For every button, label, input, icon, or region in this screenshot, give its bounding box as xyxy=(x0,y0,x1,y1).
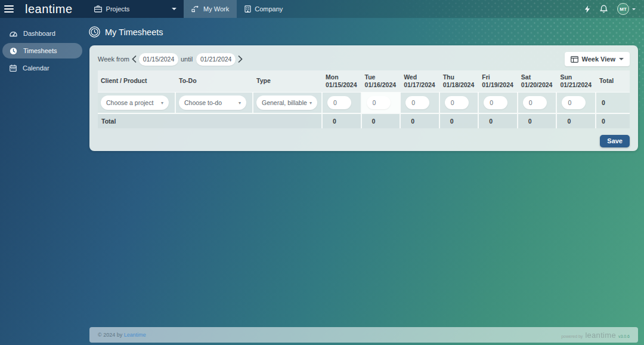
bell-icon xyxy=(600,5,608,13)
previous-week-button[interactable] xyxy=(129,56,139,63)
column-header-todo: To-Do xyxy=(176,77,253,85)
week-end-input[interactable] xyxy=(196,53,236,66)
day-total-cell: 0 xyxy=(362,114,401,128)
type-select[interactable]: General, billable ▾ xyxy=(256,96,317,110)
grand-total-cell: 0 xyxy=(596,114,630,128)
sidebar-item-calendar[interactable]: Calendar xyxy=(2,60,82,76)
day-hours-cell xyxy=(557,93,596,113)
footer: © 2024 by Leantime powered by leantime v… xyxy=(89,327,638,343)
project-cell: Choose a project ▾ xyxy=(98,93,176,113)
hours-input[interactable] xyxy=(484,96,507,109)
menu-toggle-icon[interactable] xyxy=(0,0,18,18)
chevron-left-icon xyxy=(132,56,137,63)
calendar-week-icon xyxy=(571,56,578,63)
sidebar-item-dashboard[interactable]: Dashboard xyxy=(2,26,82,41)
week-from-label: Week from xyxy=(98,56,129,63)
chevron-down-icon xyxy=(632,8,636,10)
todo-cell: Choose to-do ▾ xyxy=(176,93,253,113)
column-header-type: Type xyxy=(253,77,323,85)
hours-input[interactable] xyxy=(445,96,469,109)
day-total-cell: 0 xyxy=(518,114,558,128)
tab-label: Company xyxy=(255,5,283,13)
day-total-cell: 0 xyxy=(479,114,518,128)
total-row-label: Total xyxy=(98,114,323,128)
sidebar-item-label: Timesheets xyxy=(23,47,57,54)
next-week-button[interactable] xyxy=(236,56,245,63)
day-hours-cell xyxy=(401,93,440,113)
hours-input[interactable] xyxy=(327,96,351,109)
type-cell: General, billable ▾ xyxy=(253,93,323,113)
timesheet-total-row: Total 00000000 xyxy=(98,113,630,128)
day-total-cell: 0 xyxy=(401,114,440,128)
hours-input[interactable] xyxy=(405,96,429,109)
timesheet-entry-row: Choose a project ▾ Choose to-do ▾ Genera… xyxy=(98,93,630,113)
chevron-down-icon xyxy=(172,8,177,10)
chevron-down-icon xyxy=(619,58,624,60)
hours-input[interactable] xyxy=(562,96,586,109)
day-hours-cell xyxy=(479,93,518,113)
bolt-icon xyxy=(584,5,590,13)
topbar-actions: MT xyxy=(584,0,644,18)
chevron-down-icon: ▾ xyxy=(161,100,163,106)
page-title: My Timesheets xyxy=(105,27,163,37)
notifications-button[interactable] xyxy=(600,5,608,13)
chevron-right-icon xyxy=(238,56,243,63)
tab-label: My Work xyxy=(203,5,229,13)
calendar-icon xyxy=(10,64,17,72)
save-row: Save xyxy=(98,128,630,147)
day-hours-cell xyxy=(362,93,401,113)
day-total-cell: 0 xyxy=(440,114,479,128)
sidebar-item-label: Calendar xyxy=(23,64,49,72)
timesheet-card: Week from until Week View Client / Produ… xyxy=(89,45,638,151)
hours-input[interactable] xyxy=(367,96,391,109)
company-icon xyxy=(244,5,251,13)
quick-actions-button[interactable] xyxy=(584,5,590,13)
day-column-header: Tue01/16/2024 xyxy=(362,73,401,89)
save-button[interactable]: Save xyxy=(600,135,630,147)
dashboard-icon xyxy=(10,30,17,37)
day-column-header: Sat01/20/2024 xyxy=(518,73,558,89)
projects-dropdown[interactable]: Projects xyxy=(94,5,184,13)
day-total-cell: 0 xyxy=(323,114,362,128)
avatar: MT xyxy=(617,3,629,15)
day-hours-cell xyxy=(323,93,362,113)
powered-by: powered by leantime v3.0.6 xyxy=(561,331,630,340)
sidebar-item-label: Dashboard xyxy=(23,30,55,37)
column-header-client-product: Client / Product xyxy=(98,77,176,85)
day-column-header: Sun01/21/2024 xyxy=(557,73,596,89)
until-label: until xyxy=(181,56,193,63)
project-select[interactable]: Choose a project ▾ xyxy=(101,96,169,110)
week-view-button[interactable]: Week View xyxy=(565,52,630,66)
stopwatch-icon xyxy=(89,26,100,38)
column-header-total: Total xyxy=(596,77,630,85)
page-header: My Timesheets xyxy=(89,26,163,38)
day-column-header: Mon01/15/2024 xyxy=(323,73,362,89)
my-work-icon xyxy=(191,5,200,13)
chevron-down-icon: ▾ xyxy=(239,100,241,106)
top-navigation-bar: leantime Projects My Work Company MT xyxy=(0,0,644,18)
day-column-header: Fri01/19/2024 xyxy=(479,73,518,89)
footer-brand-logo: leantime xyxy=(585,331,616,340)
week-filter-bar: Week from until Week View xyxy=(98,45,630,70)
projects-label: Projects xyxy=(106,5,130,13)
day-total-cell: 0 xyxy=(557,114,596,128)
todo-select[interactable]: Choose to-do ▾ xyxy=(179,96,246,110)
hours-input[interactable] xyxy=(523,96,547,109)
tab-company[interactable]: Company xyxy=(237,0,290,18)
day-hours-cell xyxy=(518,93,558,113)
day-column-header: Wed01/17/2024 xyxy=(401,73,440,89)
week-view-label: Week View xyxy=(582,56,615,63)
brand-zone: leantime Projects xyxy=(0,0,184,18)
user-menu[interactable]: MT xyxy=(617,3,636,15)
timesheet-header-row: Client / Product To-Do Type Mon01/15/202… xyxy=(98,70,630,93)
timesheets-icon xyxy=(10,47,17,55)
row-total-cell: 0 xyxy=(596,93,630,113)
sidebar-item-timesheets[interactable]: Timesheets xyxy=(2,43,82,58)
week-start-input[interactable] xyxy=(139,53,178,66)
leantime-link[interactable]: Leantime xyxy=(124,332,146,338)
briefcase-icon xyxy=(94,5,102,13)
copyright-text: © 2024 by Leantime xyxy=(98,332,146,338)
app-logo: leantime xyxy=(25,2,73,16)
chevron-down-icon: ▾ xyxy=(309,100,312,106)
tab-my-work[interactable]: My Work xyxy=(184,0,237,18)
